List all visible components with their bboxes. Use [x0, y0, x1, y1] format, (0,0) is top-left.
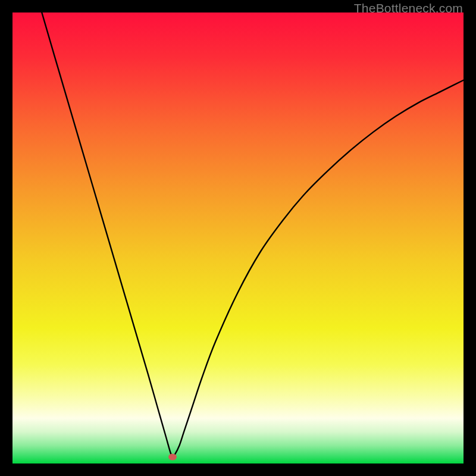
watermark-text: TheBottleneck.com [354, 1, 463, 15]
chart-frame [12, 12, 464, 464]
bottleneck-curve [12, 12, 464, 464]
optimal-point-marker [168, 454, 177, 461]
